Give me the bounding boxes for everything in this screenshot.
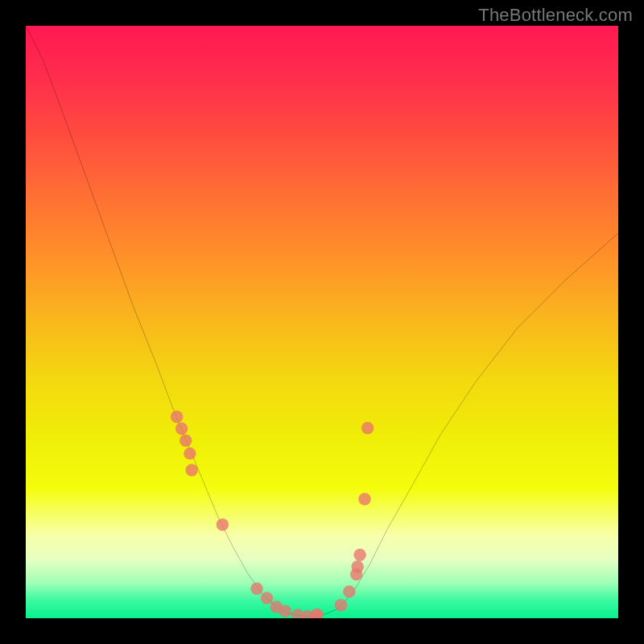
scatter-dot: [175, 423, 188, 435]
watermark-text: TheBottleneck.com: [478, 5, 633, 26]
scatter-dot: [217, 518, 229, 530]
scatter-dot: [351, 560, 363, 572]
scatter-dot: [335, 599, 347, 611]
scatter-dot: [184, 448, 196, 460]
scatter-dot: [361, 422, 374, 434]
scatter-dot: [358, 493, 370, 505]
scatter-dots-group: [171, 411, 374, 618]
chart-frame: TheBottleneck.com: [0, 0, 644, 644]
scatter-dot: [250, 582, 262, 594]
scatter-dot: [180, 434, 192, 446]
scatter-dot: [343, 585, 355, 597]
scatter-dot: [185, 464, 197, 476]
chart-svg: [26, 26, 618, 618]
scatter-dot: [353, 549, 365, 561]
bottleneck-curve-line: [26, 26, 618, 617]
scatter-dot: [171, 411, 183, 423]
chart-plot-area: [26, 26, 618, 618]
scatter-dot: [261, 592, 273, 604]
scatter-dot: [311, 609, 323, 618]
scatter-dot: [279, 605, 291, 617]
